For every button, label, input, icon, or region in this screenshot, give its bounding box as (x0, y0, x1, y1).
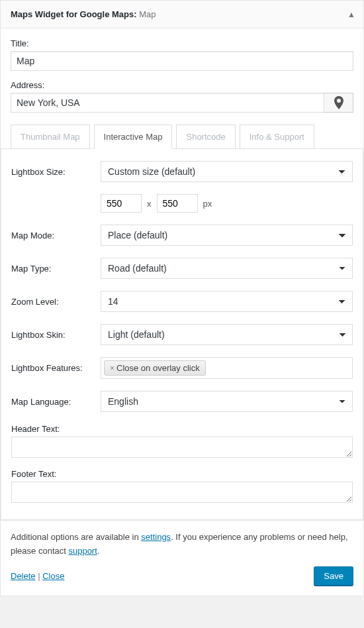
zoom-label: Zoom Level: (11, 297, 101, 307)
widget-title: Maps Widget for Google Maps: Map (1, 1, 165, 28)
features-label: Lightbox Features: (11, 363, 101, 373)
lightbox-size-label: Lightbox Size: (11, 167, 101, 177)
footer-text-label: Footer Text: (11, 469, 353, 479)
address-label: Address: (11, 80, 353, 90)
tab-shortcode[interactable]: Shortcode (176, 125, 235, 149)
size-separator: x (147, 199, 152, 209)
widget-body: Title: Address: Thumbnail Map Interactiv… (1, 28, 363, 149)
tab-panel: Lightbox Size: Custom size (default) x p… (1, 148, 363, 520)
address-row: Address: (11, 80, 353, 113)
skin-select[interactable]: Light (default) (101, 324, 353, 345)
zoom-select[interactable]: 14 (101, 291, 353, 312)
tab-interactive[interactable]: Interactive Map (94, 125, 173, 149)
address-input[interactable] (11, 93, 324, 113)
header-text-row: Header Text: (11, 424, 353, 460)
widget-title-sub: Map (139, 9, 156, 19)
skin-row: Lightbox Skin: Light (default) (11, 324, 353, 345)
delete-link[interactable]: Delete (11, 571, 36, 581)
features-input[interactable]: ×Close on overlay click (101, 357, 353, 379)
title-row: Title: (11, 38, 353, 71)
widget-title-main: Maps Widget for Google Maps: (11, 9, 137, 19)
map-pin-button[interactable] (324, 93, 353, 113)
map-type-row: Map Type: Road (default) (11, 258, 353, 279)
language-row: Map Language: English (11, 391, 353, 412)
map-type-select[interactable]: Road (default) (101, 258, 353, 279)
lightbox-width-input[interactable] (101, 194, 142, 213)
map-type-label: Map Type: (11, 264, 101, 274)
footer-links: Delete | Close (11, 571, 64, 581)
map-mode-label: Map Mode: (11, 231, 101, 240)
tab-bar: Thumbnail Map Interactive Map Shortcode … (11, 125, 353, 149)
lightbox-size-row: Lightbox Size: Custom size (default) (11, 161, 353, 182)
size-unit: px (203, 199, 212, 209)
language-select[interactable]: English (101, 391, 353, 412)
tab-info[interactable]: Info & Support (240, 125, 314, 149)
widget-footer: Additional options are available in sett… (1, 520, 363, 596)
map-pin-icon (334, 96, 344, 109)
lightbox-size-select[interactable]: Custom size (default) (101, 161, 353, 182)
skin-label: Lightbox Skin: (11, 330, 101, 340)
collapse-icon[interactable]: ▲ (340, 10, 363, 19)
save-button[interactable]: Save (314, 566, 353, 586)
map-mode-select[interactable]: Place (default) (101, 225, 353, 246)
language-label: Map Language: (11, 397, 101, 407)
support-link[interactable]: support (68, 546, 97, 556)
tab-thumbnail[interactable]: Thumbnail Map (11, 125, 90, 149)
header-text-label: Header Text: (11, 424, 353, 434)
lightbox-height-input[interactable] (157, 194, 198, 213)
footer-help-text: Additional options are available in sett… (11, 531, 353, 558)
zoom-row: Zoom Level: 14 (11, 291, 353, 312)
footer-text-input[interactable] (11, 482, 353, 503)
close-link[interactable]: Close (42, 571, 64, 581)
header-text-input[interactable] (11, 437, 353, 458)
feature-tag-label: Close on overlay click (116, 363, 200, 373)
title-input[interactable] (11, 51, 353, 71)
remove-tag-icon[interactable]: × (110, 364, 114, 373)
feature-tag[interactable]: ×Close on overlay click (104, 360, 206, 376)
widget-container: Maps Widget for Google Maps: Map ▲ Title… (0, 0, 364, 596)
lightbox-size-custom-row: x px (11, 194, 353, 213)
footer-text-row: Footer Text: (11, 469, 353, 505)
map-mode-row: Map Mode: Place (default) (11, 225, 353, 246)
features-row: Lightbox Features: ×Close on overlay cli… (11, 357, 353, 379)
widget-header[interactable]: Maps Widget for Google Maps: Map ▲ (1, 1, 363, 28)
settings-link[interactable]: settings (141, 532, 171, 542)
title-label: Title: (11, 38, 353, 48)
